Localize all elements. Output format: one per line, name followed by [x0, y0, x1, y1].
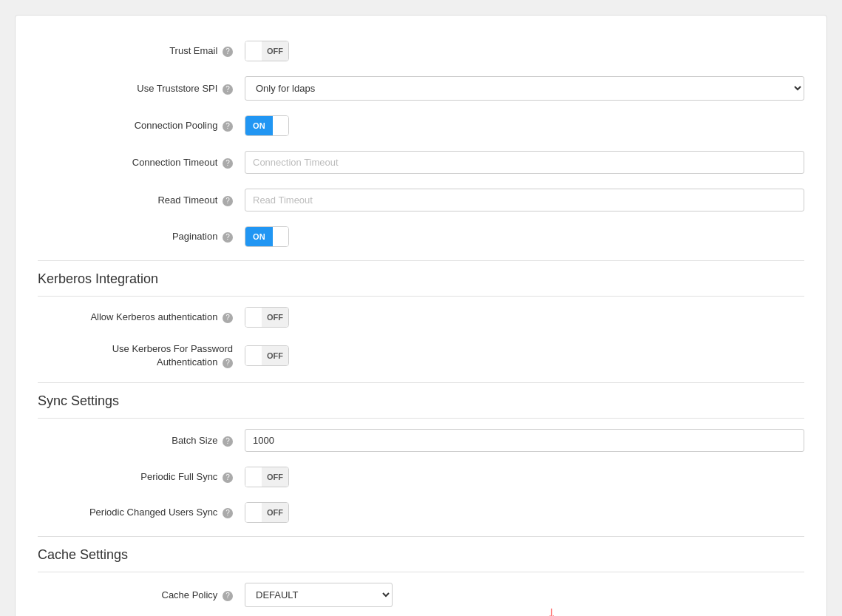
- batch-size-help-icon[interactable]: ?: [223, 436, 233, 447]
- periodic-changed-sync-label: Periodic Changed Users Sync ?: [38, 507, 245, 518]
- kerberos-password-label: Use Kerberos For PasswordAuthentication …: [38, 342, 245, 369]
- truststore-spi-help-icon[interactable]: ?: [223, 84, 233, 95]
- toggle-handle: [245, 41, 262, 61]
- read-timeout-row: Read Timeout ?: [38, 181, 804, 219]
- kerberos-password-row: Use Kerberos For PasswordAuthentication …: [38, 335, 804, 376]
- connection-pooling-label: Connection Pooling ?: [38, 120, 245, 132]
- pagination-row: Pagination ? ON: [38, 219, 804, 254]
- connection-pooling-control: ON: [245, 115, 804, 136]
- kerberos-password-toggle[interactable]: OFF: [245, 345, 289, 366]
- connection-pooling-toggle[interactable]: ON: [245, 115, 289, 136]
- kerberos-section-header: Kerberos Integration: [38, 260, 804, 293]
- settings-panel: Trust Email ? OFF Use Truststore SPI ? O…: [15, 15, 827, 616]
- kerberos-password-help-icon[interactable]: ?: [223, 358, 233, 368]
- connection-timeout-label: Connection Timeout ?: [38, 157, 245, 169]
- cache-policy-control: DEFAULT NO_CACHE EVICT_WEEKLY EVICT_DAIL…: [245, 583, 804, 607]
- pagination-toggle-on-text: ON: [245, 227, 273, 246]
- allow-kerberos-toggle[interactable]: OFF: [245, 307, 289, 328]
- truststore-spi-control: Only for ldaps Always Never: [245, 76, 804, 101]
- pagination-label: Pagination ?: [38, 231, 245, 243]
- periodic-full-sync-help-icon[interactable]: ?: [223, 473, 233, 483]
- allow-kerberos-help-icon[interactable]: ?: [223, 313, 233, 323]
- connection-timeout-control: [245, 151, 804, 174]
- toggle-indicator: [273, 116, 288, 135]
- periodic-changed-sync-help-icon[interactable]: ?: [223, 508, 233, 518]
- red-arrow-icon: ↓: [548, 604, 556, 616]
- cache-section-header: Cache Settings: [38, 536, 804, 569]
- batch-size-label: Batch Size ?: [38, 435, 245, 447]
- pagination-toggle-indicator: [273, 227, 288, 246]
- trust-email-row: Trust Email ? OFF: [38, 33, 804, 69]
- read-timeout-help-icon[interactable]: ?: [223, 196, 233, 206]
- cache-policy-row: Cache Policy ? DEFAULT NO_CACHE EVICT_WE…: [38, 575, 804, 615]
- periodic-full-sync-toggle-text: OFF: [262, 467, 288, 487]
- connection-timeout-input[interactable]: [245, 151, 804, 174]
- periodic-full-sync-control: OFF: [245, 467, 804, 487]
- kerberos-password-toggle-text: OFF: [262, 346, 288, 365]
- periodic-changed-sync-control: OFF: [245, 502, 804, 523]
- toggle-on-text: ON: [245, 116, 273, 135]
- toggle-handle: [245, 346, 262, 365]
- periodic-full-sync-toggle[interactable]: OFF: [245, 467, 289, 487]
- periodic-changed-sync-toggle-text: OFF: [262, 503, 288, 522]
- toggle-handle: [245, 467, 262, 487]
- cache-policy-help-icon[interactable]: ?: [223, 591, 233, 601]
- periodic-full-sync-label: Periodic Full Sync ?: [38, 471, 245, 483]
- toggle-off-text: OFF: [262, 41, 288, 61]
- connection-pooling-row: Connection Pooling ? ON: [38, 108, 804, 143]
- sync-section-header: Sync Settings: [38, 382, 804, 415]
- cache-section-title: Cache Settings: [38, 547, 128, 562]
- pagination-control: ON: [245, 226, 804, 247]
- truststore-spi-label: Use Truststore SPI ?: [38, 83, 245, 95]
- kerberos-section-title: Kerberos Integration: [38, 271, 158, 286]
- connection-pooling-help-icon[interactable]: ?: [223, 121, 233, 132]
- pagination-toggle[interactable]: ON: [245, 226, 289, 247]
- allow-kerberos-label: Allow Kerberos authentication ?: [38, 311, 245, 323]
- periodic-full-sync-row: Periodic Full Sync ? OFF: [38, 459, 804, 495]
- allow-kerberos-row: Allow Kerberos authentication ? OFF: [38, 299, 804, 335]
- batch-size-control: [245, 429, 804, 452]
- kerberos-divider: [38, 296, 804, 297]
- truststore-spi-row: Use Truststore SPI ? Only for ldaps Alwa…: [38, 69, 804, 108]
- read-timeout-input[interactable]: [245, 189, 804, 211]
- cache-policy-label: Cache Policy ?: [38, 589, 245, 601]
- trust-email-label: Trust Email ?: [38, 45, 245, 57]
- connection-timeout-row: Connection Timeout ?: [38, 143, 804, 181]
- cache-divider: [38, 572, 804, 572]
- allow-kerberos-control: OFF: [245, 307, 804, 328]
- trust-email-help-icon[interactable]: ?: [223, 47, 233, 57]
- trust-email-control: OFF: [245, 41, 804, 61]
- sync-section-title: Sync Settings: [38, 393, 119, 408]
- read-timeout-control: [245, 189, 804, 211]
- cache-policy-select[interactable]: DEFAULT NO_CACHE EVICT_WEEKLY EVICT_DAIL…: [245, 583, 393, 607]
- sync-divider: [38, 418, 804, 419]
- truststore-spi-select[interactable]: Only for ldaps Always Never: [245, 76, 804, 101]
- allow-kerberos-toggle-text: OFF: [262, 308, 288, 327]
- trust-email-toggle[interactable]: OFF: [245, 41, 289, 61]
- batch-size-row: Batch Size ?: [38, 422, 804, 459]
- periodic-changed-sync-row: Periodic Changed Users Sync ? OFF: [38, 495, 804, 530]
- kerberos-password-control: OFF: [245, 345, 804, 366]
- batch-size-input[interactable]: [245, 429, 804, 452]
- toggle-handle: [245, 308, 262, 327]
- connection-timeout-help-icon[interactable]: ?: [223, 158, 233, 169]
- periodic-changed-sync-toggle[interactable]: OFF: [245, 502, 289, 523]
- read-timeout-label: Read Timeout ?: [38, 194, 245, 206]
- pagination-help-icon[interactable]: ?: [223, 232, 233, 243]
- toggle-handle: [245, 503, 262, 522]
